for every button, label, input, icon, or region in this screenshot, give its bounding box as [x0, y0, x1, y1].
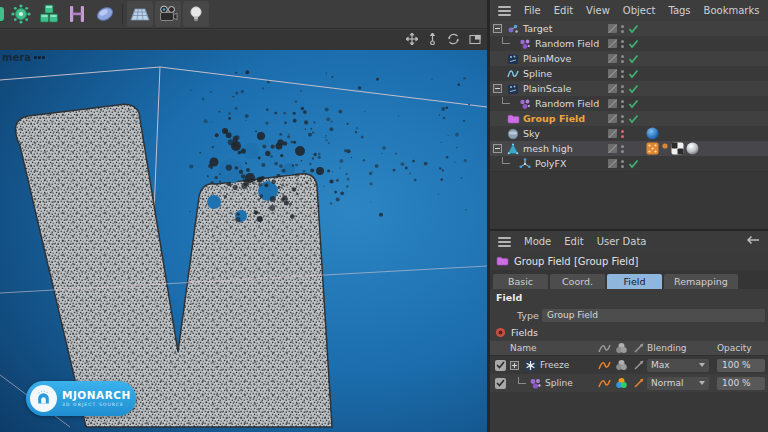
- cloner-cubes-icon[interactable]: [36, 1, 62, 27]
- om-menu-tags[interactable]: Tags: [668, 5, 690, 16]
- expand-icon[interactable]: [510, 361, 519, 370]
- object-label[interactable]: Spline: [523, 68, 552, 79]
- column-name[interactable]: Name: [510, 343, 596, 353]
- checker-tag-icon[interactable]: [671, 142, 684, 155]
- tree-row-sky[interactable]: Sky: [490, 126, 768, 141]
- om-menu-file[interactable]: File: [524, 5, 541, 16]
- object-label[interactable]: mesh high: [523, 143, 573, 154]
- color-blend-column-icon[interactable]: [613, 342, 630, 354]
- layer-toggle[interactable]: [608, 24, 617, 33]
- am-menu-userdata[interactable]: User Data: [597, 236, 647, 247]
- falloff-curve-icon[interactable]: [596, 360, 613, 371]
- falloff-curve-column-icon[interactable]: [596, 343, 613, 354]
- visibility-dots[interactable]: [621, 25, 624, 33]
- visibility-dots[interactable]: [621, 115, 624, 123]
- pan-icon[interactable]: [406, 33, 418, 45]
- layer-toggle[interactable]: [608, 114, 617, 123]
- am-menu-edit[interactable]: Edit: [564, 236, 583, 247]
- object-label[interactable]: PlainMove: [523, 53, 571, 64]
- visibility-dots[interactable]: [621, 145, 624, 153]
- blending-dropdown[interactable]: Normal: [647, 377, 709, 390]
- layer-toggle[interactable]: [608, 99, 617, 108]
- layer-toggle[interactable]: [608, 39, 617, 48]
- blending-dropdown[interactable]: Max: [647, 359, 709, 372]
- color-blend-icon-gray[interactable]: [613, 359, 630, 371]
- camera-icon[interactable]: [155, 1, 181, 27]
- enabled-check-icon[interactable]: [628, 54, 639, 64]
- tab-remapping[interactable]: Remapping: [664, 274, 738, 289]
- visibility-dots[interactable]: [621, 40, 624, 48]
- tree-row-spline[interactable]: Spline: [490, 66, 768, 81]
- visibility-dots[interactable]: [621, 160, 624, 168]
- orbit-icon[interactable]: [447, 33, 460, 45]
- tree-row-mesh-high[interactable]: mesh high: [490, 141, 768, 156]
- polyfx-tag-icon[interactable]: [646, 142, 659, 155]
- light-icon[interactable]: [183, 1, 209, 27]
- enabled-check-icon[interactable]: [628, 99, 639, 109]
- material-sphere-tag-icon[interactable]: [686, 142, 699, 155]
- direction-column-icon[interactable]: [630, 342, 647, 354]
- clipped-green-icon[interactable]: [0, 1, 6, 27]
- object-label[interactable]: Target: [523, 23, 552, 34]
- disc-icon[interactable]: [92, 1, 118, 27]
- field-row-spline[interactable]: Spline Normal 100 %: [490, 374, 768, 392]
- tree-row-polyfx[interactable]: PolyFX: [490, 156, 768, 171]
- layer-toggle[interactable]: [608, 144, 617, 153]
- visibility-dots[interactable]: [621, 85, 624, 93]
- camera-label[interactable]: mera: [2, 52, 45, 63]
- object-label[interactable]: Random Field: [535, 38, 599, 49]
- collapse-icon[interactable]: [493, 144, 502, 153]
- object-label[interactable]: PlainScale: [523, 83, 571, 94]
- tree-row-target[interactable]: Target: [490, 21, 768, 36]
- tree-row-plainmove[interactable]: PlainMove: [490, 51, 768, 66]
- object-label[interactable]: Sky: [523, 128, 540, 139]
- mospline-icon[interactable]: [64, 1, 90, 27]
- enabled-check-icon[interactable]: [628, 114, 639, 124]
- field-checkbox[interactable]: [495, 378, 506, 389]
- om-menu-bookmarks[interactable]: Bookmarks: [704, 5, 760, 16]
- tree-row-random-field-1[interactable]: Random Field: [490, 36, 768, 51]
- direction-icon-gray[interactable]: [630, 359, 647, 371]
- floor-icon[interactable]: [127, 1, 153, 27]
- dolly-icon[interactable]: [427, 33, 438, 45]
- enabled-check-icon[interactable]: [628, 24, 639, 34]
- layer-toggle[interactable]: [608, 84, 617, 93]
- object-label-selected[interactable]: Group Field: [523, 113, 585, 124]
- column-opacity[interactable]: Opacity: [717, 343, 768, 353]
- layer-toggle[interactable]: [608, 129, 617, 138]
- type-value-dropdown[interactable]: Group Field: [542, 309, 765, 322]
- enabled-check-icon[interactable]: [628, 69, 639, 79]
- column-blending[interactable]: Blending: [647, 343, 717, 353]
- mograph-gear-icon[interactable]: [8, 1, 34, 27]
- field-name[interactable]: Freeze: [540, 360, 569, 370]
- 3d-viewport[interactable]: mera MJONARCH 3D OBJECT SOURCE: [0, 50, 487, 432]
- direction-icon-orange[interactable]: [630, 377, 647, 389]
- sky-texture-tag-icon[interactable]: [646, 127, 659, 140]
- visibility-dots[interactable]: [621, 100, 624, 108]
- om-menu-object[interactable]: Object: [623, 5, 656, 16]
- am-menu-mode[interactable]: Mode: [524, 236, 551, 247]
- visibility-dots-red[interactable]: [621, 130, 624, 138]
- tree-row-group-field[interactable]: Group Field: [490, 111, 768, 126]
- tree-row-random-field-2[interactable]: Random Field: [490, 96, 768, 111]
- tab-field[interactable]: Field: [607, 274, 662, 289]
- object-label[interactable]: Random Field: [535, 98, 599, 109]
- om-menu-icon[interactable]: [498, 6, 511, 16]
- maximize-view-icon[interactable]: [469, 34, 481, 45]
- om-menu-view[interactable]: View: [586, 5, 610, 16]
- tab-coord[interactable]: Coord.: [550, 274, 605, 289]
- enabled-check-icon[interactable]: [628, 39, 639, 49]
- layer-toggle[interactable]: [608, 69, 617, 78]
- om-menu-edit[interactable]: Edit: [554, 5, 573, 16]
- back-arrow-icon[interactable]: [746, 235, 760, 247]
- color-blend-icon-rgb[interactable]: [613, 377, 630, 389]
- tab-basic[interactable]: Basic: [493, 274, 548, 289]
- layer-toggle[interactable]: [608, 159, 617, 168]
- tree-row-plainscale[interactable]: PlainScale: [490, 81, 768, 96]
- visibility-dots[interactable]: [621, 55, 624, 63]
- field-checkbox[interactable]: [495, 360, 506, 371]
- enabled-check-icon[interactable]: [628, 84, 639, 94]
- collapse-icon[interactable]: [493, 24, 502, 33]
- collapse-icon[interactable]: [493, 84, 502, 93]
- orange-dot-tag-icon[interactable]: [661, 142, 669, 155]
